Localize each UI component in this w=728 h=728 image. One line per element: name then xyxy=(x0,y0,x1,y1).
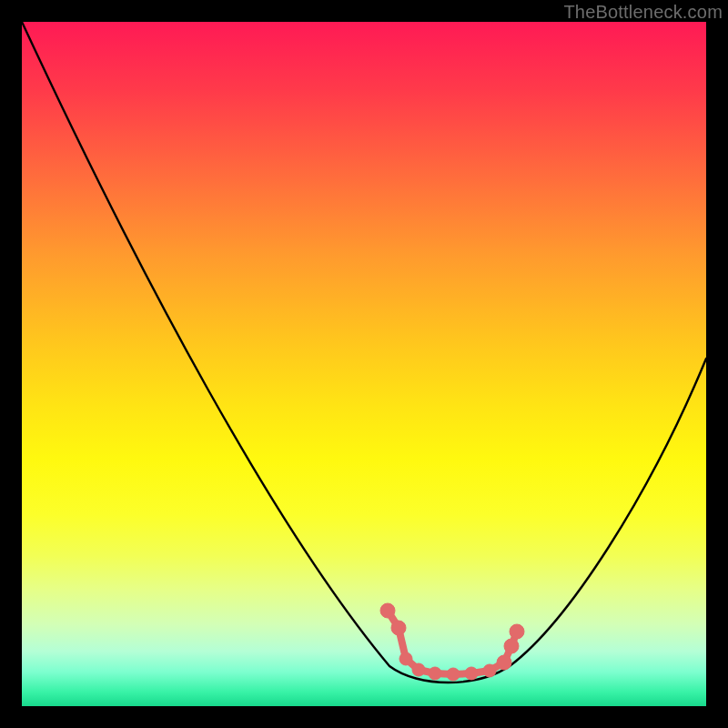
trough-dot xyxy=(399,652,412,665)
curve-svg xyxy=(22,22,706,706)
trough-dot xyxy=(483,664,496,677)
plot-area xyxy=(22,22,706,706)
watermark-text: TheBottleneck.com xyxy=(563,2,723,23)
trough-dot xyxy=(447,668,460,681)
outer-frame: TheBottleneck.com xyxy=(0,0,728,728)
trough-dot xyxy=(465,667,478,680)
trough-dot xyxy=(391,621,406,635)
trough-dot xyxy=(412,663,425,676)
trough-dot xyxy=(429,667,441,680)
trough-dot xyxy=(497,655,511,670)
bottleneck-curve xyxy=(22,22,706,682)
trough-dot xyxy=(504,639,519,653)
trough-dot xyxy=(380,603,395,618)
trough-dot xyxy=(510,624,524,639)
